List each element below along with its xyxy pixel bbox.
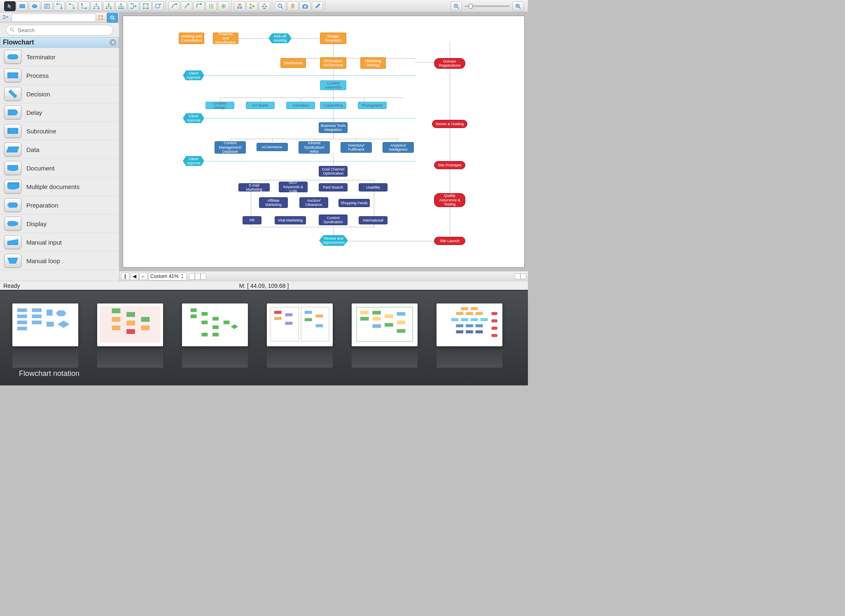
node-approve-2[interactable]: ClientApprove <box>183 113 204 123</box>
node-wireframes[interactable]: Wireframes <box>280 58 306 68</box>
connector-3[interactable] <box>78 1 90 11</box>
node-auction[interactable]: Auction/Clearance <box>299 197 328 208</box>
connector-7[interactable] <box>128 1 139 11</box>
library-search-button[interactable] <box>107 13 118 23</box>
template-thumb-1[interactable] <box>12 303 78 346</box>
view-mode-1[interactable] <box>189 273 195 280</box>
zoom-out-button[interactable] <box>451 1 462 11</box>
node-meeting[interactable]: Meeting andConsultation <box>179 33 204 44</box>
node-animation[interactable]: Animation <box>286 102 315 109</box>
ellipse-tool[interactable] <box>29 1 40 11</box>
node-paid[interactable]: Paid Search <box>319 183 348 191</box>
shape-decision[interactable]: Decision <box>0 85 119 103</box>
node-viral[interactable]: Viral Marketing <box>275 216 306 224</box>
node-csyn[interactable]: ContentSyndication <box>319 215 348 225</box>
layout-2[interactable] <box>246 1 258 11</box>
node-copywriting[interactable]: Copywriting <box>320 102 346 109</box>
node-qa[interactable]: QualityAssurance &Testing <box>434 193 465 207</box>
node-domain-reg[interactable]: DomainRegistrations <box>434 58 465 69</box>
zoom-step-up[interactable]: ▲ <box>180 273 184 276</box>
view-mode-3[interactable] <box>201 273 206 280</box>
node-graphic[interactable]: Graphic Design <box>205 102 234 109</box>
template-thumb-2[interactable] <box>97 303 163 346</box>
shape-process[interactable]: Process <box>0 66 119 85</box>
pointer-tool[interactable] <box>4 1 16 11</box>
rectangle-tool[interactable] <box>16 1 28 11</box>
expand-2-icon[interactable] <box>521 273 526 279</box>
drawing-canvas[interactable]: Meeting andConsultation Proposal andSpec… <box>123 16 525 268</box>
connector-1[interactable] <box>54 1 65 11</box>
node-cms[interactable]: ContentManagement/Database <box>215 141 246 154</box>
node-review[interactable]: Review andApprovement <box>319 235 348 246</box>
connector-8-dropdown[interactable] <box>140 1 152 11</box>
node-artworks[interactable]: Art Works <box>246 102 275 109</box>
library-filter-input[interactable] <box>12 14 96 22</box>
shape-document[interactable]: Document <box>0 159 119 177</box>
node-kickoff[interactable]: Kick-offmeeting <box>268 33 292 43</box>
connector-2[interactable] <box>66 1 77 11</box>
shape-manualloop[interactable]: Manual loop <box>0 252 119 270</box>
shape-delay[interactable]: Delay <box>0 103 119 122</box>
node-approve-3[interactable]: ClientApprove <box>183 156 204 166</box>
layout-1[interactable] <box>234 1 245 11</box>
expand-1-icon[interactable] <box>515 273 521 279</box>
node-launch[interactable]: Site Launch <box>434 237 465 245</box>
smart-conn-1[interactable] <box>168 1 180 11</box>
library-grid-view-icon[interactable] <box>96 15 106 21</box>
library-section-header[interactable]: Flowchart ✕ <box>0 37 119 48</box>
template-thumb-6[interactable] <box>437 303 502 346</box>
node-pr[interactable]: PR <box>243 216 261 224</box>
text-tool[interactable] <box>41 1 53 11</box>
node-ecommerce[interactable]: eCommerce <box>257 143 288 151</box>
shape-terminator[interactable]: Terminator <box>0 48 119 66</box>
node-feeds[interactable]: Shopping Feeds <box>338 199 370 207</box>
zoom-slider[interactable] <box>465 5 510 7</box>
node-photography[interactable]: Photography <box>358 102 387 109</box>
template-thumb-5[interactable] <box>352 303 418 346</box>
node-intranet[interactable]: IntranetSyndication/Wikis <box>299 141 330 154</box>
smart-conn-2[interactable] <box>181 1 192 11</box>
zoom-step-down[interactable]: ▼ <box>180 276 184 280</box>
node-email[interactable]: E-mail Marketing <box>238 183 270 191</box>
pan-tool[interactable] <box>287 1 299 11</box>
prev-page-icon[interactable]: ◀ <box>130 273 138 280</box>
node-content-assembly[interactable]: ContentAssembly <box>320 80 346 90</box>
next-page-icon[interactable]: ▶ <box>139 273 147 280</box>
routing-1[interactable] <box>205 1 217 11</box>
node-prototype[interactable]: Site Prototype <box>434 161 465 169</box>
node-hosting[interactable]: Server & Hosting <box>432 120 467 128</box>
view-mode-2[interactable] <box>195 273 201 280</box>
shape-manualinput[interactable]: Manual input <box>0 233 119 252</box>
node-approve-1[interactable]: ClientApprove <box>183 70 204 80</box>
shape-display[interactable]: Display <box>0 215 119 233</box>
layout-3[interactable] <box>259 1 270 11</box>
node-biztools[interactable]: Business ToolsIntegration <box>319 122 348 133</box>
eyedropper-tool[interactable] <box>312 1 323 11</box>
node-analytics[interactable]: Analytics/Intelligence <box>383 142 414 153</box>
template-thumb-3[interactable] <box>182 303 248 346</box>
smart-conn-3[interactable] <box>193 1 205 11</box>
connector-6[interactable] <box>115 1 127 11</box>
connector-4[interactable] <box>91 1 102 11</box>
node-proposal[interactable]: Proposal andSpecification <box>213 33 238 44</box>
library-tree-icon[interactable] <box>0 13 12 23</box>
connector-5[interactable] <box>103 1 114 11</box>
zoom-in-button[interactable] <box>512 1 524 11</box>
node-intl[interactable]: International <box>359 216 387 224</box>
insert-shape-tool[interactable] <box>152 1 164 11</box>
node-affiliate[interactable]: AffiliateMarketing <box>259 197 288 208</box>
shape-search-input[interactable] <box>6 25 113 35</box>
shape-data[interactable]: Data <box>0 140 119 159</box>
pause-pages-icon[interactable]: ∥ <box>121 273 129 280</box>
zoom-tool[interactable] <box>275 1 286 11</box>
node-inventory[interactable]: Inventory/Fulfilment <box>341 142 372 153</box>
routing-2[interactable] <box>218 1 229 11</box>
template-thumb-4[interactable] <box>267 303 333 346</box>
node-info-arch[interactable]: InformationArchitecture <box>320 57 346 69</box>
node-usability[interactable]: Usability <box>359 183 387 191</box>
shape-multidoc[interactable]: Multiple documents <box>0 177 119 196</box>
node-marketing[interactable]: MarketingStrategy <box>360 57 386 69</box>
snapshot-tool[interactable] <box>299 1 311 11</box>
shape-subroutine[interactable]: Subroutine <box>0 122 119 140</box>
close-section-icon[interactable]: ✕ <box>110 39 116 46</box>
